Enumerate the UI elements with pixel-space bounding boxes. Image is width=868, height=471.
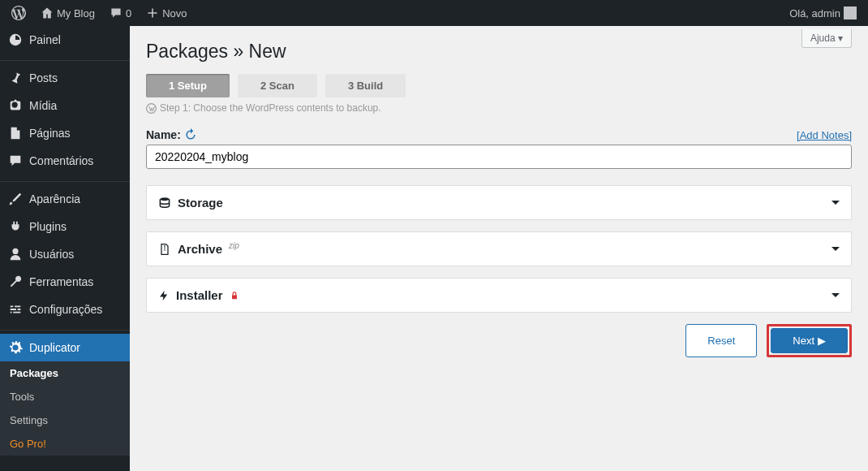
avatar	[844, 6, 857, 19]
topbar-left: My Blog 0 Novo	[6, 0, 192, 26]
name-label-text: Name:	[146, 128, 181, 141]
chevron-down-icon: ▾	[838, 32, 843, 44]
wp-logo[interactable]	[6, 0, 31, 26]
menu-label: Configurações	[29, 303, 102, 316]
menu-label: Mídia	[29, 99, 57, 112]
chevron-down-icon	[831, 201, 840, 209]
next-highlight: Next ▶	[767, 324, 852, 357]
help-label: Ajuda	[810, 32, 836, 44]
brush-icon	[8, 192, 23, 206]
menu-posts[interactable]: Posts	[0, 64, 130, 92]
panel-title-text: Archive	[178, 242, 222, 256]
comment-icon	[110, 6, 122, 19]
chevron-down-icon	[831, 247, 840, 255]
admin-sidebar: Painel Posts Mídia Páginas Comentários A…	[0, 26, 130, 471]
panel-title-text: Installer	[176, 288, 223, 302]
comments-link[interactable]: 0	[105, 0, 136, 26]
file-archive-icon	[158, 243, 171, 256]
page-title: Packages » New	[146, 26, 852, 74]
step-description: Step 1: Choose the WordPress contents to…	[146, 102, 852, 114]
archive-format: zip	[229, 241, 239, 250]
menu-label: Ferramentas	[29, 275, 93, 288]
menu-label: Duplicator	[29, 341, 80, 354]
next-label: Next	[793, 335, 814, 347]
comments-count: 0	[126, 7, 131, 19]
reset-name-icon[interactable]	[184, 128, 197, 141]
name-row: Name: [Add Notes]	[146, 128, 852, 141]
step-setup[interactable]: 1 Setup	[146, 74, 230, 97]
media-icon	[8, 98, 23, 113]
page-icon	[8, 126, 23, 140]
menu-label: Páginas	[29, 127, 71, 140]
chevron-down-icon	[831, 293, 840, 301]
plus-icon	[146, 6, 159, 19]
menu-separator	[0, 178, 130, 182]
lock-icon	[230, 291, 239, 300]
panel-title: Storage	[158, 196, 223, 210]
submenu-packages[interactable]: Packages	[0, 361, 130, 385]
duplicator-submenu: Packages Tools Settings Go Pro!	[0, 361, 130, 456]
storage-panel[interactable]: Storage	[146, 185, 852, 220]
gear-icon	[8, 340, 23, 355]
action-buttons: Reset Next ▶	[146, 324, 852, 357]
topbar-right: Olá, admin	[784, 0, 862, 26]
menu-ferramentas[interactable]: Ferramentas	[0, 268, 130, 296]
submenu-gopro[interactable]: Go Pro!	[0, 432, 130, 456]
step-scan[interactable]: 2 Scan	[238, 74, 317, 97]
panel-title: Installer	[158, 288, 239, 302]
menu-aparencia[interactable]: Aparência	[0, 185, 130, 213]
site-name: My Blog	[57, 7, 95, 19]
wordpress-icon	[11, 6, 26, 20]
menu-label: Posts	[29, 71, 58, 84]
menu-configuracoes[interactable]: Configurações	[0, 296, 130, 323]
pin-icon	[8, 71, 23, 85]
menu-usuarios[interactable]: Usuários	[0, 240, 130, 268]
add-notes-link[interactable]: [Add Notes]	[797, 129, 852, 141]
admin-topbar: My Blog 0 Novo Olá, admin	[0, 0, 868, 26]
user-icon	[8, 247, 23, 261]
main-content: Ajuda ▾ Packages » New 1 Setup 2 Scan 3 …	[130, 26, 868, 471]
comment-icon	[8, 153, 23, 168]
plug-icon	[8, 219, 23, 234]
wordpress-icon	[146, 103, 157, 114]
archive-panel[interactable]: Archive zip	[146, 231, 852, 266]
menu-comentarios[interactable]: Comentários	[0, 147, 130, 175]
step-desc-text: Step 1: Choose the WordPress contents to…	[160, 102, 381, 114]
menu-painel[interactable]: Painel	[0, 26, 130, 54]
menu-midia[interactable]: Mídia	[0, 92, 130, 119]
menu-label: Comentários	[29, 154, 93, 167]
name-label: Name:	[146, 128, 197, 141]
submenu-tools[interactable]: Tools	[0, 385, 130, 408]
bolt-icon	[158, 289, 170, 302]
step-build[interactable]: 3 Build	[325, 74, 406, 97]
menu-label: Aparência	[29, 192, 80, 205]
menu-plugins[interactable]: Plugins	[0, 213, 130, 240]
dashboard-icon	[8, 32, 23, 47]
submenu-settings[interactable]: Settings	[0, 408, 130, 432]
menu-separator	[0, 57, 130, 61]
database-icon	[158, 197, 171, 210]
home-icon	[41, 6, 54, 19]
account-link[interactable]: Olá, admin	[784, 0, 862, 26]
menu-label: Painel	[29, 33, 61, 46]
menu-label: Plugins	[29, 220, 67, 233]
wizard-steps: 1 Setup 2 Scan 3 Build	[146, 74, 852, 97]
sliders-icon	[8, 302, 23, 317]
svg-point-1	[160, 197, 169, 201]
new-label: Novo	[162, 7, 187, 19]
reset-button[interactable]: Reset	[685, 324, 757, 357]
menu-label: Usuários	[29, 248, 74, 261]
play-icon: ▶	[818, 335, 826, 347]
menu-duplicator[interactable]: Duplicator	[0, 334, 130, 361]
panel-title: Archive zip	[158, 242, 239, 256]
package-name-input[interactable]	[146, 145, 852, 169]
installer-panel[interactable]: Installer	[146, 278, 852, 313]
menu-separator	[0, 326, 130, 331]
next-button[interactable]: Next ▶	[771, 328, 848, 353]
menu-paginas[interactable]: Páginas	[0, 119, 130, 147]
new-link[interactable]: Novo	[141, 0, 191, 26]
greeting: Olá, admin	[789, 7, 840, 19]
panel-title-text: Storage	[178, 196, 223, 210]
site-link[interactable]: My Blog	[36, 0, 100, 26]
help-tab[interactable]: Ajuda ▾	[801, 29, 852, 48]
